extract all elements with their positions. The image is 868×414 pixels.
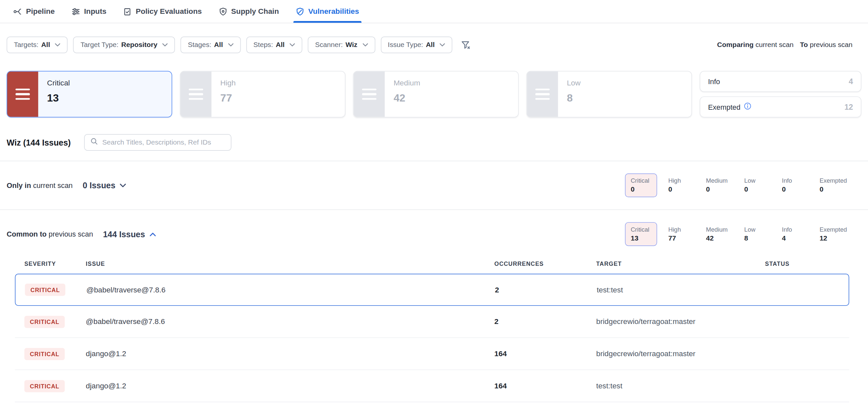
severity-card-exempted[interactable]: Exempted 12 — [700, 96, 861, 117]
section-toggle-common-to-previous[interactable]: Common to previous scan 144 Issues — [6, 229, 156, 239]
filter-value: Wiz — [345, 41, 357, 49]
issues-table: SEVERITY ISSUE OCCURRENCES TARGET STATUS… — [15, 254, 849, 402]
severity-pill[interactable]: Critical 13 — [625, 222, 657, 246]
section-toggle-only-in-current[interactable]: Only in current scan 0 Issues — [6, 181, 126, 190]
pill-count: 13 — [631, 234, 652, 242]
severity-pill[interactable]: Exempted 0 — [814, 174, 852, 198]
column-header-severity: SEVERITY — [24, 261, 86, 267]
severity-badge: CRITICAL — [24, 316, 65, 328]
column-header-issue: ISSUE — [86, 261, 494, 267]
pill-count: 12 — [819, 234, 847, 242]
filter-value: All — [276, 41, 285, 49]
tab-label: Supply Chain — [231, 7, 279, 16]
comparison-label: Comparing current scan To previous scan — [717, 41, 862, 49]
severity-pill[interactable]: High 0 — [663, 174, 695, 198]
pill-label: Medium — [706, 177, 728, 184]
filter-issue-type[interactable]: Issue Type: All — [380, 36, 453, 53]
severity-pill[interactable]: Info 4 — [776, 222, 809, 246]
search-box — [84, 134, 231, 151]
severity-pill[interactable]: Low 0 — [739, 174, 771, 198]
card-label: Exempted — [708, 103, 741, 111]
column-header-target: TARGET — [596, 261, 765, 267]
pill-label: Medium — [706, 226, 728, 233]
severity-list-icon — [527, 71, 558, 117]
column-header-occurrences: OCCURRENCES — [494, 261, 596, 267]
pill-label: Info — [782, 177, 803, 184]
section-prefix: Common to — [6, 230, 46, 238]
severity-card-high[interactable]: High 77 — [180, 71, 345, 118]
section-prefix: Only in — [6, 181, 31, 189]
chevron-up-icon — [149, 232, 156, 236]
issue-row[interactable]: CRITICAL django@1.2 164 bridgecrewio/ter… — [15, 338, 849, 370]
occurrences-value: 164 — [494, 382, 596, 390]
tab-pipeline[interactable]: Pipeline — [13, 0, 55, 23]
side-cards: Info 4 Exempted 12 — [700, 71, 861, 118]
issue-name: @babel/traverse@7.8.6 — [86, 317, 494, 326]
filter-label: Scanner: — [315, 41, 343, 49]
target-value: bridgecrewio/terragoat:master — [596, 350, 765, 358]
pill-label: Info — [782, 226, 803, 233]
severity-pill[interactable]: Info 0 — [776, 174, 809, 198]
chevron-down-icon — [363, 43, 368, 47]
issue-row[interactable]: CRITICAL @babel/traverse@7.8.6 2 bridgec… — [15, 306, 849, 338]
severity-pill[interactable]: Exempted 12 — [814, 222, 852, 246]
severity-card-low[interactable]: Low 8 — [527, 71, 692, 118]
pill-label: Low — [744, 226, 765, 233]
target-value: test:test — [596, 382, 765, 390]
tab-inputs[interactable]: Inputs — [71, 0, 106, 23]
info-icon[interactable] — [744, 102, 751, 111]
severity-cards-row: Critical 13 High 77 Medium 42 Low 8 — [0, 71, 868, 118]
card-count: 13 — [47, 92, 70, 104]
severity-pill[interactable]: Low 8 — [739, 222, 771, 246]
pill-count: 0 — [631, 186, 652, 194]
pill-count: 0 — [669, 186, 689, 194]
severity-card-info[interactable]: Info 4 — [700, 71, 861, 92]
scanner-results-header: Wiz (144 Issues) — [0, 117, 868, 161]
card-label: Critical — [47, 79, 70, 87]
comparing-to: To — [800, 41, 808, 49]
section-common-to-previous: Common to previous scan 144 Issues Criti… — [0, 209, 868, 414]
filters-row: Targets: All Target Type: Repository Sta… — [0, 23, 868, 53]
tab-vulnerabilities[interactable]: Vulnerabilities — [296, 0, 359, 23]
severity-badge: CRITICAL — [25, 284, 65, 296]
pill-count: 0 — [782, 186, 803, 194]
issue-row[interactable]: CRITICAL @babel/traverse@7.8.6 2 test:te… — [15, 274, 849, 306]
pipeline-icon — [13, 7, 22, 16]
card-label: Medium — [394, 79, 420, 87]
section-issue-count: 0 Issues — [83, 181, 116, 190]
pill-count: 0 — [744, 186, 765, 194]
filter-value: Repository — [121, 41, 157, 49]
severity-pill[interactable]: Critical 0 — [625, 174, 657, 198]
filter-targets[interactable]: Targets: All — [6, 36, 68, 53]
severity-pill[interactable]: Medium 0 — [701, 174, 734, 198]
filter-target-type[interactable]: Target Type: Repository — [73, 36, 175, 53]
severity-list-icon — [353, 71, 384, 117]
section-only-in-current: Only in current scan 0 Issues Critical 0… — [0, 161, 868, 209]
issue-name: django@1.2 — [86, 350, 494, 358]
issue-row[interactable]: CRITICAL django@1.2 164 test:test — [15, 370, 849, 402]
card-label: High — [220, 79, 236, 87]
pill-count: 0 — [819, 186, 847, 194]
target-value: test:test — [597, 286, 766, 294]
severity-card-critical[interactable]: Critical 13 — [6, 71, 172, 118]
card-count: 8 — [567, 92, 581, 104]
severity-pill[interactable]: High 77 — [663, 222, 695, 246]
pill-count: 77 — [669, 234, 689, 242]
card-count: 12 — [844, 102, 853, 111]
filter-label: Issue Type: — [388, 41, 423, 49]
severity-pill[interactable]: Medium 42 — [701, 222, 734, 246]
clear-filters-icon[interactable] — [461, 40, 471, 50]
severity-list-icon — [7, 71, 38, 117]
filter-stages[interactable]: Stages: All — [181, 36, 241, 53]
tab-supply-chain[interactable]: Supply Chain — [218, 0, 279, 23]
card-count: 77 — [220, 92, 236, 104]
tab-policy-evaluations[interactable]: Policy Evaluations — [123, 0, 202, 23]
supply-chain-icon — [218, 7, 227, 16]
card-label: Low — [567, 79, 581, 87]
filter-scanner[interactable]: Scanner: Wiz — [308, 36, 375, 53]
severity-card-medium[interactable]: Medium 42 — [353, 71, 519, 118]
filter-steps[interactable]: Steps: All — [246, 36, 302, 53]
severity-badge: CRITICAL — [24, 348, 65, 360]
search-input[interactable] — [102, 139, 225, 147]
vulnerabilities-icon — [296, 7, 304, 16]
